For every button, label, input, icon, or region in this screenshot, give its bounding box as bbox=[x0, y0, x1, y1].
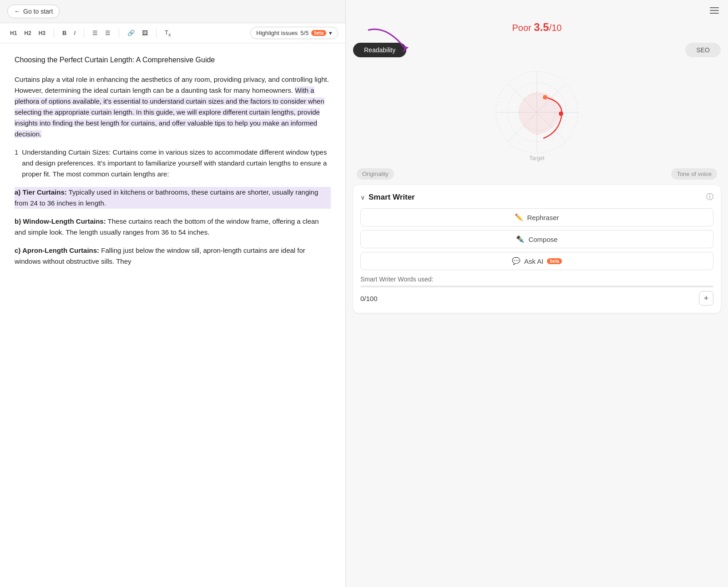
radar-chart: Target bbox=[478, 65, 596, 165]
right-header bbox=[346, 0, 728, 21]
beta-badge: beta bbox=[311, 30, 326, 36]
ask-ai-label: Ask AI bbox=[524, 257, 544, 265]
hamburger-line-1 bbox=[710, 7, 719, 8]
list-item-1: 1 Understanding Curtain Sizes: Curtains … bbox=[15, 147, 331, 180]
words-max: 100 bbox=[366, 295, 378, 302]
go-to-start-button[interactable]: ← Go to start bbox=[7, 5, 60, 18]
ask-ai-icon: 💬 bbox=[512, 257, 521, 265]
sub-c-label: c) Apron-Length Curtains: bbox=[15, 246, 99, 254]
left-panel: ← Go to start H1 H2 H3 B I ☰ ☰ 🔗 bbox=[0, 0, 346, 587]
ordered-list-button[interactable]: ☰ bbox=[102, 28, 113, 38]
highlight-label: Highlight issues bbox=[256, 30, 298, 36]
compose-icon: ✒️ bbox=[516, 235, 525, 243]
highlighted-text-1: With a plethora of options available, it… bbox=[15, 86, 324, 138]
svg-point-9 bbox=[559, 111, 563, 116]
sub-b-text: b) Window-Length Curtains: These curtain… bbox=[15, 216, 331, 238]
compose-label: Compose bbox=[528, 236, 557, 243]
radar-chart-container: Target bbox=[346, 61, 728, 166]
editor-area[interactable]: Choosing the Perfect Curtain Length: A C… bbox=[0, 43, 345, 587]
words-progress-bar bbox=[360, 286, 713, 287]
score-number: 3.5 bbox=[534, 21, 549, 33]
highlighted-text-2: a) Tier Curtains: Typically used in kitc… bbox=[15, 187, 331, 209]
go-to-start-label: Go to start bbox=[23, 8, 53, 15]
sub-item-c: c) Apron-Length Curtains: Falling just b… bbox=[15, 245, 331, 267]
heading-group: H1 H2 H3 bbox=[7, 28, 48, 38]
ul-icon: ☰ bbox=[92, 30, 98, 36]
separator-4 bbox=[156, 29, 157, 38]
score-denom: /10 bbox=[549, 23, 562, 33]
list-item-1-text: Understanding Curtain Sizes: Curtains co… bbox=[22, 147, 331, 180]
list-num-1: 1 bbox=[15, 147, 18, 180]
insert-group: 🔗 🖼 bbox=[125, 28, 151, 38]
sub-item-a: a) Tier Curtains: Typically used in kitc… bbox=[15, 187, 331, 209]
rephraser-label: Rephraser bbox=[527, 214, 559, 221]
highlight-issues-button[interactable]: Highlight issues 5/5 beta ▾ bbox=[250, 27, 338, 39]
italic-button[interactable]: I bbox=[71, 28, 78, 38]
smart-writer-section: ∨ Smart Writer ⓘ ✏️ Rephraser ✒️ Compose… bbox=[353, 185, 721, 313]
sub-a-label: a) Tier Curtains: bbox=[15, 188, 67, 196]
score-display: Poor 3.5/10 bbox=[353, 21, 721, 34]
link-icon: 🔗 bbox=[127, 30, 135, 36]
highlight-count: 5/5 bbox=[300, 30, 308, 36]
chevron-down-icon: ▾ bbox=[329, 30, 332, 36]
h3-button[interactable]: H3 bbox=[36, 28, 48, 38]
rephraser-icon: ✏️ bbox=[515, 213, 523, 221]
tab-readability[interactable]: Readability bbox=[353, 43, 406, 57]
tone-of-voice-label[interactable]: Tone of voice bbox=[671, 168, 717, 180]
originality-label[interactable]: Originality bbox=[357, 168, 394, 180]
words-used-label: Smart Writer Words used: bbox=[360, 276, 713, 283]
score-section: Poor 3.5/10 bbox=[346, 21, 728, 39]
words-count-row: 0/100 + bbox=[360, 291, 713, 306]
h1-button[interactable]: H1 bbox=[7, 28, 20, 38]
smart-writer-title: Smart Writer bbox=[369, 193, 703, 202]
compose-button[interactable]: ✒️ Compose bbox=[360, 230, 713, 248]
ask-ai-button[interactable]: 💬 Ask AI beta bbox=[360, 252, 713, 270]
ask-ai-beta-badge: beta bbox=[547, 258, 562, 264]
hamburger-line-3 bbox=[710, 13, 719, 14]
words-count: 0/100 bbox=[360, 295, 378, 302]
rephraser-button[interactable]: ✏️ Rephraser bbox=[360, 208, 713, 226]
toolbar: H1 H2 H3 B I ☰ ☰ 🔗 🖼 bbox=[0, 23, 345, 43]
list-group: ☰ ☰ bbox=[90, 28, 113, 38]
info-icon[interactable]: ⓘ bbox=[706, 192, 713, 202]
paragraph-1: Curtains play a vital role in enhancing … bbox=[15, 74, 331, 140]
right-panel: Poor 3.5/10 Readability SEO Ta bbox=[346, 0, 728, 587]
smart-writer-header: ∨ Smart Writer ⓘ bbox=[360, 192, 713, 202]
separator-1 bbox=[54, 29, 54, 38]
article-title: Choosing the Perfect Curtain Length: A C… bbox=[15, 54, 331, 66]
ol-icon: ☰ bbox=[105, 30, 111, 36]
unordered-list-button[interactable]: ☰ bbox=[90, 28, 101, 38]
clear-icon: Tx bbox=[165, 29, 171, 37]
bold-button[interactable]: B bbox=[60, 28, 69, 38]
format-group: B I bbox=[60, 28, 78, 38]
words-used-num: 0 bbox=[360, 295, 364, 302]
link-button[interactable]: 🔗 bbox=[125, 28, 137, 38]
arrow-left-icon: ← bbox=[14, 8, 20, 15]
sub-b-label: b) Window-Length Curtains: bbox=[15, 217, 106, 225]
clear-format-button[interactable]: Tx bbox=[162, 27, 173, 39]
tab-seo[interactable]: SEO bbox=[685, 43, 721, 57]
hamburger-line-2 bbox=[710, 10, 719, 11]
radar-labels-row: Originality Tone of voice bbox=[346, 168, 728, 180]
h2-button[interactable]: H2 bbox=[21, 28, 34, 38]
sub-item-b: b) Window-Length Curtains: These curtain… bbox=[15, 216, 331, 238]
image-button[interactable]: 🖼 bbox=[139, 28, 151, 38]
menu-button[interactable] bbox=[708, 5, 721, 15]
score-label: Poor bbox=[512, 23, 534, 33]
separator-2 bbox=[84, 29, 84, 38]
tabs-row: Readability SEO bbox=[346, 39, 728, 61]
add-words-button[interactable]: + bbox=[699, 291, 713, 306]
svg-text:Target: Target bbox=[529, 155, 545, 161]
image-icon: 🖼 bbox=[142, 30, 148, 36]
svg-point-8 bbox=[543, 95, 547, 100]
separator-3 bbox=[119, 29, 119, 38]
collapse-chevron-icon[interactable]: ∨ bbox=[360, 194, 365, 201]
top-bar: ← Go to start bbox=[0, 0, 345, 23]
sub-c-text: c) Apron-Length Curtains: Falling just b… bbox=[15, 245, 331, 267]
